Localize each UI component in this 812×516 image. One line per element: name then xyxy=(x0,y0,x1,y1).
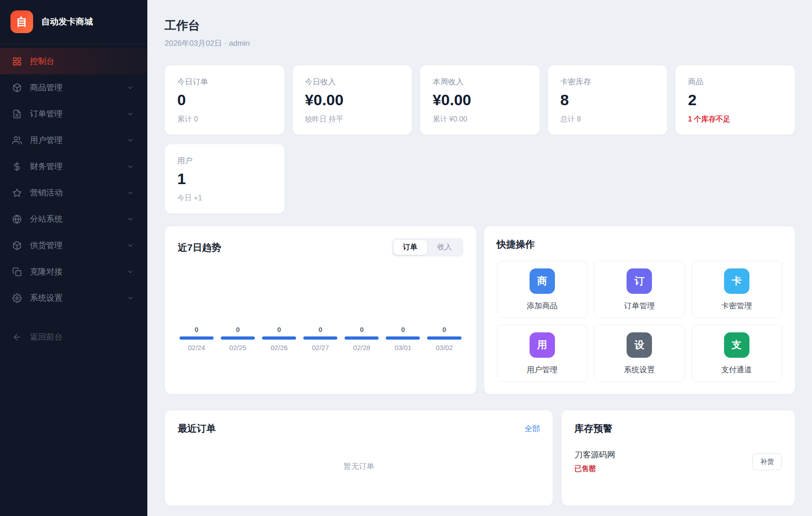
quick-action-payment[interactable]: 支 支付通道 xyxy=(691,325,783,382)
app-root: 自 自动发卡商城 控制台 商品管理 订单管理 xyxy=(0,0,812,516)
gear-icon xyxy=(12,293,22,303)
quick-actions-panel: 快捷操作 商 添加商品 订 订单管理 卡 卡密管理 用 xyxy=(484,226,796,394)
stat-value: 8 xyxy=(560,91,655,109)
main-content: 工作台 2026年03月02日 · admin 今日订单 0 累计 0 今日收入… xyxy=(147,0,812,516)
sidebar-menu: 控制台 商品管理 订单管理 用户管理 xyxy=(0,44,147,350)
chart-bar xyxy=(345,336,379,340)
page-subtitle: 2026年03月02日 · admin xyxy=(165,38,795,49)
sidebar-item-users[interactable]: 用户管理 xyxy=(0,127,147,153)
user-icon: 用 xyxy=(530,332,555,358)
settings-icon: 设 xyxy=(627,332,652,358)
stat-sub: 累计 ¥0.00 xyxy=(433,115,527,124)
app-logo: 自 xyxy=(10,10,33,33)
stat-value: 1 xyxy=(177,170,272,188)
quick-action-card-keys[interactable]: 卡 卡密管理 xyxy=(691,261,783,318)
quick-action-settings[interactable]: 设 系统设置 xyxy=(594,325,685,382)
chevron-down-icon xyxy=(127,137,134,144)
stock-alert-panel: 库存预警 刀客源码网 已售罄 补货 xyxy=(561,410,795,506)
chevron-down-icon xyxy=(127,190,134,196)
recent-orders-title: 最近订单 xyxy=(178,422,216,435)
back-to-frontend[interactable]: 返回前台 xyxy=(0,324,147,350)
restock-button[interactable]: 补货 xyxy=(752,453,782,470)
sidebar-item-marketing[interactable]: 营销活动 xyxy=(0,180,147,206)
stat-label: 卡密库存 xyxy=(560,77,655,87)
stock-alert-info: 刀客源码网 已售罄 xyxy=(574,449,615,474)
sidebar-item-substations[interactable]: 分站系统 xyxy=(0,206,147,232)
icon-char: 卡 xyxy=(732,274,742,288)
stat-label: 今日收入 xyxy=(305,77,400,87)
chevron-down-icon xyxy=(127,268,134,275)
sidebar-item-label: 供货管理 xyxy=(30,240,63,251)
sidebar-item-label: 控制台 xyxy=(30,56,54,67)
chart-bar xyxy=(427,336,461,340)
stat-card-today-revenue: 今日收入 ¥0.00 较昨日 持平 xyxy=(292,65,413,135)
sidebar-item-finance[interactable]: 财务管理 xyxy=(0,153,147,180)
chart-value-label: 0 xyxy=(220,326,256,333)
sidebar-item-label: 订单管理 xyxy=(30,108,63,119)
stat-label: 商品 xyxy=(688,77,783,87)
quick-action-label: 用户管理 xyxy=(527,365,558,375)
chart-bar xyxy=(262,336,296,340)
back-to-frontend-label: 返回前台 xyxy=(30,331,63,342)
cube-icon xyxy=(12,83,22,92)
logo-char: 自 xyxy=(16,15,27,29)
sold-out-badge: 已售罄 xyxy=(574,464,615,474)
copy-icon xyxy=(12,267,22,277)
chevron-down-icon xyxy=(127,163,134,170)
quick-action-users[interactable]: 用 用户管理 xyxy=(497,325,588,382)
chart-value-label: 0 xyxy=(261,326,297,333)
brand: 自 自动发卡商城 xyxy=(0,0,147,44)
sidebar-item-label: 系统设置 xyxy=(30,292,63,303)
stat-value: ¥0.00 xyxy=(433,91,527,109)
dollar-icon xyxy=(12,162,22,171)
icon-char: 用 xyxy=(537,338,547,352)
chart-value-label: 0 xyxy=(385,326,421,333)
tab-revenue[interactable]: 收入 xyxy=(428,240,462,255)
stat-label: 用户 xyxy=(177,156,272,166)
sidebar-item-supply[interactable]: 供货管理 xyxy=(0,232,147,258)
chevron-down-icon xyxy=(127,111,134,117)
grid-icon xyxy=(12,57,22,66)
sidebar-item-label: 分站系统 xyxy=(30,214,63,224)
chart-column: 0 03/01 xyxy=(385,326,421,351)
stat-value: ¥0.00 xyxy=(305,91,400,109)
product-name: 刀客源码网 xyxy=(574,449,615,460)
package-icon xyxy=(12,241,22,250)
empty-orders-text: 暂无订单 xyxy=(178,461,540,472)
sidebar-item-clone[interactable]: 克隆对接 xyxy=(0,258,147,285)
quick-action-label: 支付通道 xyxy=(721,365,752,375)
quick-action-label: 卡密管理 xyxy=(721,301,752,311)
chart-bar xyxy=(303,336,337,340)
sidebar-item-label: 商品管理 xyxy=(30,82,63,93)
order-icon: 订 xyxy=(627,268,652,294)
bottom-row: 最近订单 全部 暂无订单 库存预警 刀客源码网 已售罄 补货 xyxy=(165,410,795,506)
sidebar-item-products[interactable]: 商品管理 xyxy=(0,74,147,101)
sidebar-item-orders[interactable]: 订单管理 xyxy=(0,101,147,127)
stat-sub: 今日 +1 xyxy=(177,194,272,203)
tab-orders[interactable]: 订单 xyxy=(394,240,427,255)
quick-action-orders[interactable]: 订 订单管理 xyxy=(594,261,685,318)
chart-x-tick: 02/25 xyxy=(220,344,256,351)
quick-action-add-product[interactable]: 商 添加商品 xyxy=(497,261,588,318)
star-icon xyxy=(12,188,22,198)
quick-actions-title: 快捷操作 xyxy=(497,238,783,251)
chart-bar xyxy=(386,336,420,340)
chart-x-tick: 03/01 xyxy=(385,344,421,351)
card-key-icon: 卡 xyxy=(724,268,749,294)
sidebar-item-dashboard[interactable]: 控制台 xyxy=(0,48,147,74)
chart-x-tick: 02/26 xyxy=(261,344,297,351)
icon-char: 设 xyxy=(634,338,644,352)
chart-x-tick: 02/27 xyxy=(302,344,338,351)
globe-icon xyxy=(12,214,22,224)
quick-action-label: 系统设置 xyxy=(624,365,655,375)
quick-action-label: 订单管理 xyxy=(624,301,655,311)
stat-card-key-stock: 卡密库存 8 总计 8 xyxy=(548,65,668,135)
stat-label: 本周收入 xyxy=(433,77,527,87)
page-header: 工作台 2026年03月02日 · admin xyxy=(165,19,795,49)
sidebar-item-settings[interactable]: 系统设置 xyxy=(0,285,147,311)
view-all-link[interactable]: 全部 xyxy=(525,424,540,434)
icon-char: 订 xyxy=(634,274,644,288)
chart-x-tick: 02/28 xyxy=(344,344,379,351)
stat-sub: 累计 0 xyxy=(177,115,272,124)
sidebar-item-label: 克隆对接 xyxy=(30,266,63,277)
